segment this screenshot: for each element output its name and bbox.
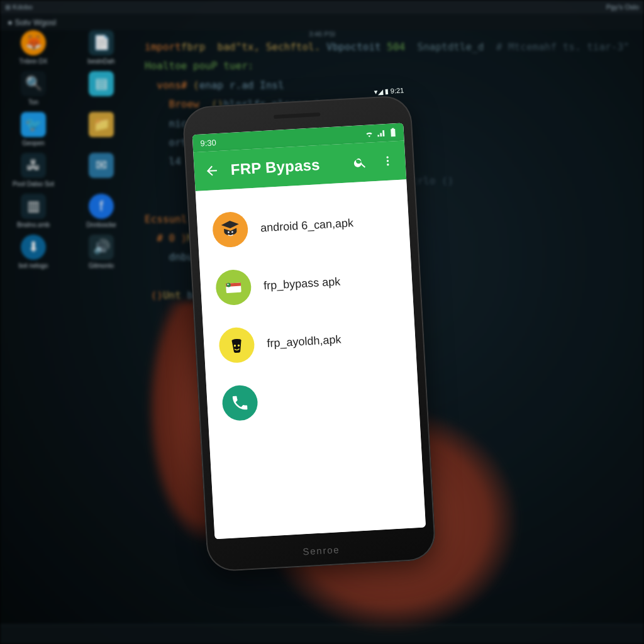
- dock-item-folder[interactable]: 📁: [73, 112, 130, 147]
- phone-brand-label: Senroe: [207, 539, 436, 562]
- download-icon: ⬇: [21, 235, 46, 260]
- dock-item-download[interactable]: ⬇bot nelogo: [5, 235, 62, 269]
- dock-item-facebook[interactable]: fDnnloocke: [73, 194, 130, 228]
- list-item-label: frp_bypass apk: [264, 275, 341, 292]
- dock-item-sheet[interactable]: ▤: [73, 71, 130, 106]
- list-item[interactable]: [206, 364, 420, 434]
- dock-item-label: bestnDah: [88, 58, 115, 65]
- search-icon[interactable]: [351, 153, 370, 172]
- search-icon: 🔍: [21, 71, 46, 96]
- graduate-icon: [212, 211, 249, 248]
- dock-item-unknown[interactable]: ▥Bnslno.smb: [5, 194, 62, 228]
- file-list: android 6_can,apkfrp_bypass apkfrp_ayold…: [196, 179, 426, 539]
- dock-item-label: Geopen: [22, 140, 45, 147]
- signal-icon: [377, 129, 387, 137]
- device-icon: 🖧: [21, 153, 46, 178]
- os-taskbar: [0, 625, 644, 644]
- facebook-icon: f: [89, 194, 114, 219]
- card-icon: [215, 269, 252, 306]
- dock-item-search[interactable]: 🔍Ton: [5, 71, 62, 106]
- firefox-icon: 🦊: [21, 30, 46, 55]
- app-title: FRP Bypass: [230, 155, 341, 179]
- phone-device: ▾◢ ▮ 9:21 9:30 FRP Bypass: [182, 95, 436, 572]
- list-item-label: android 6_can,apk: [260, 216, 354, 235]
- dock-item-mail[interactable]: ✉: [73, 153, 130, 187]
- dock-item-label: Bnslno.smb: [17, 221, 50, 228]
- battery-icon: [390, 128, 397, 137]
- dock-item-label: Tnbnn DX: [19, 58, 47, 65]
- os-menubar: ⊞ Kdobo Pgy's Oslo: [0, 0, 644, 14]
- dock-item-label: Gitmonlo: [89, 262, 114, 269]
- svg-point-0: [386, 156, 389, 158]
- folder-icon: 📁: [89, 112, 114, 137]
- editor-tab[interactable]: ● Sotv Wgosl: [8, 18, 56, 27]
- bucket-icon: [218, 326, 255, 364]
- os-menu-left: ⊞ Kdobo: [5, 3, 33, 11]
- dock-item-firefox[interactable]: 🦊Tnbnn DX: [5, 30, 62, 65]
- dock-item-device[interactable]: 🖧Pool Dalso Sot: [5, 153, 62, 187]
- phone-icon: [221, 384, 258, 421]
- unknown-icon: ▥: [21, 194, 46, 219]
- dock-item-script[interactable]: 📄bestnDah: [73, 30, 130, 65]
- wifi-icon: [365, 130, 374, 138]
- overflow-menu-icon[interactable]: [379, 152, 397, 170]
- dock-item-sound[interactable]: 🔊Gitmonlo: [73, 235, 130, 269]
- svg-point-1: [387, 160, 389, 162]
- os-menu-right: Pgy's Oslo: [606, 3, 639, 11]
- sheet-icon: ▤: [89, 71, 114, 96]
- desktop-center-status: 3:46 PSI: [309, 30, 335, 38]
- back-icon[interactable]: [203, 162, 221, 180]
- dock-item-label: Pool Dalso Sot: [13, 180, 54, 187]
- list-item-label: frp_ayoldh,apk: [267, 333, 341, 350]
- statusbar-time: 9:30: [200, 138, 216, 148]
- twitter-icon: 🐦: [21, 112, 46, 137]
- svg-point-2: [387, 164, 389, 166]
- desktop-dock: 🦊Tnbnn DX📄bestnDah🔍Ton▤🐦Geopen📁🖧Pool Dal…: [5, 30, 137, 269]
- dock-item-twitter[interactable]: 🐦Geopen: [5, 112, 62, 147]
- script-icon: 📄: [89, 30, 114, 55]
- dock-item-label: Dnnloocke: [86, 221, 116, 228]
- sound-icon: 🔊: [89, 235, 114, 260]
- dock-item-label: Ton: [28, 99, 38, 106]
- editor-window-tabs: ● Sotv Wgosl: [0, 14, 644, 30]
- dock-item-label: bot nelogo: [19, 262, 48, 269]
- phone-screen: 9:30 FRP Bypass: [192, 123, 426, 539]
- mail-icon: ✉: [89, 153, 114, 178]
